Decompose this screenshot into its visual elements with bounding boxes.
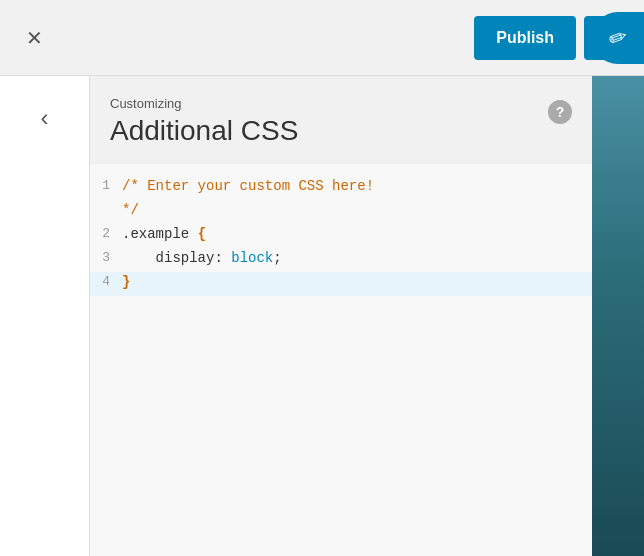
- code-content-3: display: block;: [122, 250, 592, 266]
- property-text: display: [156, 250, 215, 266]
- close-button[interactable]: ✕: [16, 20, 52, 56]
- code-line-3: 3 display: block;: [90, 248, 592, 272]
- edit-circle-button[interactable]: ✏: [592, 12, 644, 64]
- line-number-2: 2: [90, 226, 122, 241]
- side-nav: ‹: [0, 76, 90, 556]
- code-line-1b: */: [90, 200, 592, 224]
- edit-icon: ✏: [605, 23, 631, 54]
- back-icon: ‹: [41, 104, 49, 131]
- line-number-3: 3: [90, 250, 122, 265]
- comment-text: /* Enter your custom CSS here!: [122, 178, 374, 194]
- line-number-4: 4: [90, 274, 122, 289]
- line-number-1: 1: [90, 178, 122, 193]
- help-button[interactable]: ?: [548, 100, 572, 124]
- comment-end: */: [122, 202, 139, 218]
- value-text: block: [231, 250, 273, 266]
- code-editor[interactable]: 1 /* Enter your custom CSS here! */ 2 .e…: [90, 164, 592, 556]
- customizing-label: Customizing: [110, 96, 298, 111]
- semicolon: ;: [273, 250, 281, 266]
- publish-label: Publish: [496, 29, 554, 46]
- open-brace: {: [198, 226, 206, 242]
- close-brace: }: [122, 274, 130, 290]
- toolbar-left: ✕: [16, 20, 52, 56]
- back-button[interactable]: ‹: [33, 96, 57, 140]
- code-line-1: 1 /* Enter your custom CSS here!: [90, 176, 592, 200]
- code-line-2: 2 .example {: [90, 224, 592, 248]
- preview-strip: [592, 76, 644, 556]
- selector-text: .example: [122, 226, 198, 242]
- main-content: Customizing Additional CSS ? 1 /* Enter …: [90, 76, 592, 556]
- publish-button[interactable]: Publish: [474, 16, 576, 60]
- code-content-2: .example {: [122, 226, 592, 242]
- code-line-4: 4 }: [90, 272, 592, 296]
- section-header-text: Customizing Additional CSS: [110, 96, 298, 147]
- code-content-1: /* Enter your custom CSS here!: [122, 178, 592, 194]
- colon: :: [214, 250, 231, 266]
- code-content-1b: */: [122, 202, 592, 218]
- help-icon: ?: [556, 104, 565, 120]
- toolbar: ✕ Publish ⚙: [0, 0, 644, 76]
- code-content-4: }: [122, 274, 592, 290]
- close-icon: ✕: [26, 26, 43, 50]
- section-header: Customizing Additional CSS ?: [90, 76, 592, 164]
- section-title: Additional CSS: [110, 115, 298, 147]
